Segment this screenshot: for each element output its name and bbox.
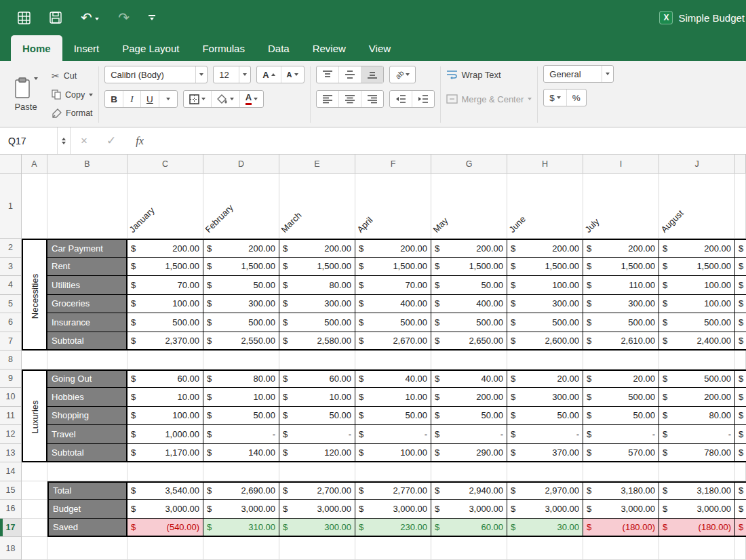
cell-H9[interactable]: $20.00 <box>507 369 583 388</box>
cell-I18[interactable] <box>583 537 659 560</box>
cell-J16[interactable]: $3,000.00 <box>659 500 735 519</box>
cell-K2[interactable]: $ <box>735 239 746 258</box>
cell-K8[interactable] <box>735 351 746 369</box>
cell-C4[interactable]: $70.00 <box>127 276 203 295</box>
cell-I2[interactable]: $200.00 <box>583 239 659 258</box>
cell-D6[interactable]: $500.00 <box>203 313 279 332</box>
cell-E5[interactable]: $300.00 <box>279 295 355 314</box>
cell-D7[interactable]: $2,550.00 <box>203 332 279 351</box>
cell-D3[interactable]: $1,500.00 <box>203 258 279 277</box>
cell-B4[interactable]: Utilities <box>47 276 127 295</box>
cell-E11[interactable]: $50.00 <box>279 407 355 426</box>
cell-I7[interactable]: $2,610.00 <box>583 332 659 351</box>
save-icon[interactable] <box>50 12 62 24</box>
column-header-G[interactable]: G <box>431 155 507 174</box>
cell-G5[interactable]: $400.00 <box>431 295 507 314</box>
cell-D15[interactable]: $2,690.00 <box>203 481 279 500</box>
cell-F17[interactable]: $230.00 <box>355 519 431 538</box>
cell-G6[interactable]: $500.00 <box>431 313 507 332</box>
cell-B5[interactable]: Groceries <box>47 295 127 314</box>
italic-button[interactable]: I <box>123 91 141 107</box>
cell-I1[interactable]: July <box>583 174 659 239</box>
cell-E6[interactable]: $500.00 <box>279 313 355 332</box>
cell-F2[interactable]: $200.00 <box>355 239 431 258</box>
cell-I4[interactable]: $110.00 <box>583 276 659 295</box>
row-header-15[interactable]: 15 <box>0 481 22 500</box>
formula-input[interactable] <box>155 127 746 154</box>
cell-A8[interactable] <box>22 351 47 369</box>
cell-D9[interactable]: $80.00 <box>203 369 279 388</box>
row-header-2[interactable]: 2 <box>0 239 22 258</box>
cell-D12[interactable]: $- <box>203 425 279 444</box>
cell-J3[interactable]: $1,500.00 <box>659 258 735 277</box>
cell-J14[interactable] <box>659 462 735 481</box>
cell-K5[interactable]: $ <box>735 295 746 314</box>
cell-I11[interactable]: $50.00 <box>583 407 659 426</box>
cell-C1[interactable]: January <box>127 174 203 239</box>
cell-B2[interactable]: Car Payment <box>47 239 127 258</box>
column-header-I[interactable]: I <box>583 155 659 174</box>
cell-B17[interactable]: Saved <box>47 519 127 538</box>
column-header-J[interactable]: J <box>659 155 735 174</box>
cell-J17[interactable]: $(180.00) <box>659 519 735 538</box>
copy-button[interactable]: Copy <box>52 86 93 104</box>
cell-K6[interactable]: $ <box>735 313 746 332</box>
cell-I13[interactable]: $570.00 <box>583 444 659 463</box>
cell-C12[interactable]: $1,000.00 <box>127 425 203 444</box>
cell-E7[interactable]: $2,580.00 <box>279 332 355 351</box>
cell-G15[interactable]: $2,940.00 <box>431 481 507 500</box>
cell-J5[interactable]: $100.00 <box>659 295 735 314</box>
cell-H17[interactable]: $30.00 <box>507 519 583 538</box>
align-bottom-button[interactable] <box>361 66 383 83</box>
cell-E10[interactable]: $10.00 <box>279 388 355 407</box>
cell-G14[interactable] <box>431 462 507 481</box>
cell-J2[interactable]: $200.00 <box>659 239 735 258</box>
cell-C5[interactable]: $100.00 <box>127 295 203 314</box>
cell-H1[interactable]: June <box>507 174 583 239</box>
cell-K11[interactable]: $ <box>735 407 746 426</box>
cell-A1[interactable] <box>22 174 47 239</box>
align-middle-button[interactable] <box>339 66 361 83</box>
cell-F9[interactable]: $40.00 <box>355 369 431 388</box>
cell-F5[interactable]: $400.00 <box>355 295 431 314</box>
cell-B15[interactable]: Total <box>47 481 127 500</box>
row-header-13[interactable]: 13 <box>0 444 22 463</box>
cell-I9[interactable]: $20.00 <box>583 369 659 388</box>
row-header-7[interactable]: 7 <box>0 332 22 351</box>
cell-B16[interactable]: Budget <box>47 500 127 519</box>
cell-I10[interactable]: $500.00 <box>583 388 659 407</box>
cell-I14[interactable] <box>583 462 659 481</box>
column-header-C[interactable]: C <box>127 155 203 174</box>
tab-data[interactable]: Data <box>256 35 301 61</box>
cell-E1[interactable]: March <box>279 174 355 239</box>
cell-F12[interactable]: $- <box>355 425 431 444</box>
cell-K18[interactable] <box>735 537 746 560</box>
row-header-11[interactable]: 11 <box>0 407 22 426</box>
cell-G13[interactable]: $290.00 <box>431 444 507 463</box>
cell-J6[interactable]: $500.00 <box>659 313 735 332</box>
cell-E15[interactable]: $2,700.00 <box>279 481 355 500</box>
cell-C9[interactable]: $60.00 <box>127 369 203 388</box>
cell-E17[interactable]: $300.00 <box>279 519 355 538</box>
cell-F16[interactable]: $3,000.00 <box>355 500 431 519</box>
row-header-8[interactable]: 8 <box>0 351 22 369</box>
cell-B7[interactable]: Subtotal <box>47 332 127 351</box>
cell-F15[interactable]: $2,770.00 <box>355 481 431 500</box>
cell-G2[interactable]: $200.00 <box>431 239 507 258</box>
cell-D5[interactable]: $300.00 <box>203 295 279 314</box>
name-box[interactable]: Q17 <box>0 127 71 154</box>
cell-G4[interactable]: $50.00 <box>431 276 507 295</box>
tab-home[interactable]: Home <box>11 35 62 61</box>
cell-D4[interactable]: $50.00 <box>203 276 279 295</box>
cut-button[interactable]: ✂ Cut <box>52 67 93 85</box>
column-header-F[interactable]: F <box>355 155 431 174</box>
cell-G9[interactable]: $40.00 <box>431 369 507 388</box>
cell-J8[interactable] <box>659 351 735 369</box>
cell-J15[interactable]: $3,180.00 <box>659 481 735 500</box>
merge-center-button[interactable]: Merge & Center <box>446 89 532 108</box>
tab-page-layout[interactable]: Page Layout <box>111 35 191 61</box>
cell-D8[interactable] <box>203 351 279 369</box>
cell-K15[interactable]: $ <box>735 481 746 500</box>
cell-H4[interactable]: $100.00 <box>507 276 583 295</box>
app-grid-icon[interactable] <box>18 12 31 24</box>
